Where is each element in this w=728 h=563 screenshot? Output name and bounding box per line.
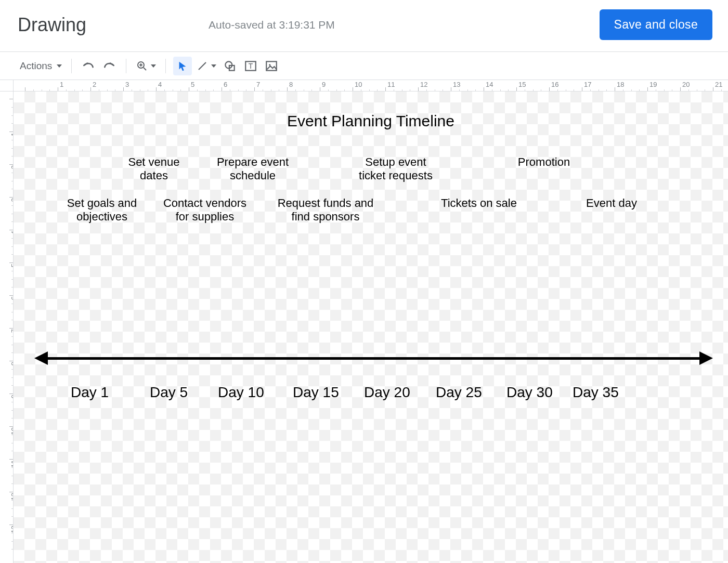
- canvas-title-text[interactable]: Event Planning Timeline: [14, 112, 728, 130]
- toolbar: Actions T: [0, 52, 728, 80]
- timeline-event-lower[interactable]: Set goals and objectives: [55, 197, 149, 224]
- zoom-button[interactable]: [134, 57, 158, 75]
- timeline-day-label[interactable]: Day 5: [150, 384, 188, 401]
- workspace: 123456789101112131415161718192021 123456…: [0, 80, 728, 563]
- textbox-tool-button[interactable]: T: [241, 57, 260, 75]
- actions-menu-button[interactable]: Actions: [18, 57, 64, 75]
- timeline-day-label[interactable]: Day 35: [573, 384, 619, 401]
- dialog-header: Drawing Auto-saved at 3:19:31 PM Save an…: [0, 0, 728, 52]
- separator: [165, 59, 166, 73]
- timeline-event-upper[interactable]: Prepare event schedule: [209, 155, 297, 183]
- drawing-canvas[interactable]: Event Planning Timeline Set venue datesP…: [14, 91, 728, 563]
- image-tool-button[interactable]: [262, 57, 281, 75]
- timeline-event-lower[interactable]: Event day: [575, 197, 648, 210]
- undo-button[interactable]: [79, 57, 98, 75]
- chevron-down-icon: [151, 64, 156, 68]
- timeline-day-label[interactable]: Day 15: [293, 384, 339, 401]
- cursor-icon: [177, 60, 188, 72]
- horizontal-ruler[interactable]: 123456789101112131415161718192021: [14, 80, 728, 91]
- timeline-arrow-line[interactable]: [45, 357, 703, 360]
- zoom-icon: [136, 60, 148, 72]
- chevron-down-icon: [211, 64, 216, 68]
- autosave-status: Auto-saved at 3:19:31 PM: [209, 19, 335, 31]
- textbox-icon: T: [244, 59, 257, 73]
- actions-label: Actions: [20, 60, 54, 72]
- timeline-day-label[interactable]: Day 20: [364, 384, 410, 401]
- redo-button[interactable]: [100, 57, 119, 75]
- line-icon: [196, 60, 209, 72]
- shape-icon: [223, 59, 237, 73]
- svg-text:T: T: [249, 62, 253, 70]
- timeline-day-label[interactable]: Day 25: [436, 384, 482, 401]
- timeline-event-lower[interactable]: Request funds and find sponsors: [268, 197, 383, 224]
- timeline-event-upper[interactable]: Set venue dates: [118, 155, 190, 183]
- timeline-day-label[interactable]: Day 10: [218, 384, 264, 401]
- vertical-ruler[interactable]: 12345678910111213: [0, 91, 14, 563]
- chevron-down-icon: [57, 64, 62, 68]
- timeline-event-lower[interactable]: Tickets on sale: [430, 197, 528, 210]
- timeline-event-upper[interactable]: Setup event ticket requests: [346, 155, 445, 183]
- svg-line-4: [199, 62, 206, 70]
- redo-icon: [102, 59, 116, 73]
- timeline-day-label[interactable]: Day 30: [506, 384, 553, 401]
- separator: [126, 59, 126, 73]
- svg-line-1: [144, 68, 146, 70]
- undo-icon: [82, 59, 95, 73]
- ruler-corner: [0, 80, 14, 91]
- separator: [71, 59, 72, 73]
- select-tool-button[interactable]: [173, 57, 192, 75]
- timeline-day-label[interactable]: Day 1: [71, 384, 109, 401]
- timeline-event-upper[interactable]: Promotion: [508, 155, 580, 169]
- image-icon: [265, 59, 278, 73]
- line-tool-button[interactable]: [194, 57, 218, 75]
- dialog-title: Drawing: [18, 14, 86, 36]
- timeline-event-lower[interactable]: Contact vendors for supplies: [153, 197, 257, 224]
- arrow-right-head[interactable]: [699, 351, 713, 365]
- save-and-close-button[interactable]: Save and close: [600, 9, 712, 40]
- shape-tool-button[interactable]: [220, 57, 239, 75]
